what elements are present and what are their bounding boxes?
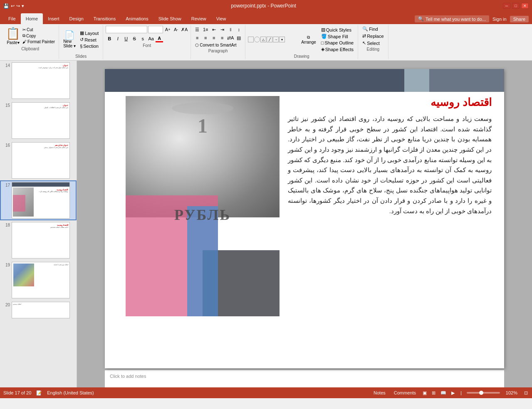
text-dir-button[interactable]: ⇄A [227, 34, 234, 42]
close-button[interactable]: ✕ [521, 3, 529, 9]
font-size-input[interactable] [148, 26, 163, 33]
shape-outline-button[interactable]: □ Shape Outline [319, 40, 355, 46]
find-icon: 🔍 [362, 26, 368, 32]
arrange-button[interactable]: ⧉ Arrange [299, 34, 318, 45]
window-controls[interactable]: ─ □ ✕ [503, 3, 529, 9]
section-button[interactable]: § Section [78, 43, 100, 49]
tab-animations[interactable]: Animations [121, 13, 153, 24]
view-normal-icon[interactable]: ▣ [422, 389, 428, 397]
copy-button[interactable]: ⧉ Copy [22, 33, 55, 39]
signin-button[interactable]: Sign in [492, 17, 507, 22]
slide-thumb-15: عنوان متن اسلاید پانزدهم با اطلاعات تکمی… [12, 102, 70, 139]
underline-button[interactable]: U [122, 35, 130, 42]
tab-review[interactable]: Review [186, 13, 211, 24]
shape-triangle[interactable]: △ [260, 37, 266, 42]
zoom-level[interactable]: 102% [503, 389, 520, 396]
shape-fill-button[interactable]: 🪣 Shape Fill [319, 33, 355, 39]
align-right-button[interactable]: ≡ [210, 34, 218, 42]
paste-button[interactable]: 📋 Paste▾ [5, 26, 21, 46]
ribbon-tabs[interactable]: File Home Insert Design Transitions Anim… [0, 12, 532, 24]
clear-format-button[interactable]: ✗A [181, 26, 188, 33]
shape-line[interactable]: ╱ [267, 37, 272, 42]
format-painter-button[interactable]: 🖌 Format Painter [22, 39, 55, 44]
save-icon[interactable]: 💾 [3, 3, 9, 9]
undo-icon[interactable]: ↩ [11, 3, 15, 9]
restore-button[interactable]: □ [512, 3, 520, 9]
tab-slideshow[interactable]: Slide Show [153, 13, 186, 24]
clipboard-group: 📋 Paste▾ ✂ Cut ⧉ Copy 🖌 Format Painter [2, 25, 59, 59]
indent-decrease-button[interactable]: ⇤ [210, 26, 218, 33]
drawing-label: Drawing [294, 54, 309, 59]
bold-button[interactable]: B [106, 35, 113, 42]
tab-file[interactable]: File [3, 13, 21, 24]
minimize-button[interactable]: ─ [503, 3, 510, 9]
select-icon: ↖ [362, 40, 366, 46]
new-slide-label: NewSlide ▾ [63, 39, 76, 48]
quick-styles-button[interactable]: ▨ Quick Styles [319, 27, 355, 33]
align-text-button[interactable]: ▤ [235, 34, 242, 42]
line-spacing-button[interactable]: ↕ [235, 26, 242, 33]
share-button[interactable]: Share [510, 16, 529, 22]
tab-view[interactable]: View [211, 13, 231, 24]
slide-item-18[interactable]: 18 اقتصاد روسیه ادامه مطالب اسلاید هجدهم [0, 220, 77, 260]
slide-item-14[interactable]: 14 عنوان متن اسلاید چهاردهم که درباره مو… [0, 61, 77, 101]
change-case-button[interactable]: Aa [147, 35, 155, 42]
find-button[interactable]: 🔍 Find [361, 26, 385, 32]
slide-canvas[interactable]: 1 РУБЛЬ اقتصاد روسیه وسعت زیاد و مساحت ب [105, 69, 504, 368]
shape-effects-button[interactable]: ◈ Shape Effects [319, 46, 355, 52]
view-slidesorter-icon[interactable]: ⊞ [431, 389, 436, 397]
slide-item-16[interactable]: 16 عنوان شانزدهم متن اسلاید شانزدهم با م… [0, 140, 77, 180]
notes-area[interactable]: Click to add notes [105, 370, 504, 387]
search-icon: 🔍 [418, 16, 424, 22]
align-center-button[interactable]: ≡ [202, 34, 209, 42]
new-slide-button[interactable]: 📄 NewSlide ▾ [62, 30, 77, 49]
shape-more[interactable]: ▾ [279, 37, 285, 42]
tab-design[interactable]: Design [64, 13, 89, 24]
redo-icon[interactable]: ↪ [16, 3, 20, 9]
section-icon: § [80, 44, 82, 49]
view-reading-icon[interactable]: 📖 [440, 389, 447, 397]
tell-me-input[interactable]: 🔍 Tell me what you want to do... [415, 15, 489, 22]
shape-outline-icon: □ [321, 40, 324, 45]
font-color-button[interactable]: A [156, 35, 163, 42]
slide-item-15[interactable]: 15 عنوان متن اسلاید پانزدهم با اطلاعات ت… [0, 101, 77, 140]
convert-smartart-button[interactable]: ⬡ Convert to SmartArt [193, 42, 238, 48]
select-button[interactable]: ↖ Select [361, 40, 385, 46]
slide-panel[interactable]: 14 عنوان متن اسلاید چهاردهم که درباره مو… [0, 61, 77, 387]
font-increase-button[interactable]: A+ [164, 26, 171, 33]
italic-button[interactable]: I [114, 35, 121, 42]
indent-increase-button[interactable]: ⇥ [218, 26, 226, 33]
align-left-button[interactable]: ≡ [193, 34, 201, 42]
font-name-input[interactable] [106, 26, 147, 33]
tab-insert[interactable]: Insert [43, 13, 64, 24]
slide-item-19[interactable]: 19 اسلاید نوزدهم با نقشه [0, 260, 77, 300]
font-decrease-button[interactable]: A- [172, 26, 180, 33]
tab-transitions[interactable]: Transitions [89, 13, 121, 24]
shadow-button[interactable]: s [139, 35, 146, 42]
quick-access-toolbar[interactable]: 💾 ↩ ↪ ▾ [3, 3, 24, 9]
notes-button[interactable]: Notes [371, 389, 388, 396]
fit-button[interactable]: ⊡ [523, 389, 529, 397]
justify-button[interactable]: ≡ [218, 34, 226, 42]
slide-item-20[interactable]: 20 اسلاید بیستم [0, 300, 77, 320]
canvas-area[interactable]: 1 РУБЛЬ اقتصاد روسیه وسعت زیاد و مساحت ب [77, 61, 532, 387]
slide-thumb-18: اقتصاد روسیه ادامه مطالب اسلاید هجدهم [12, 222, 70, 259]
shape-arrow[interactable]: → [273, 37, 279, 42]
strikethrough-button[interactable]: S [131, 35, 138, 42]
view-presenter-icon[interactable]: ▶ [450, 389, 455, 397]
font-group: A+ A- ✗A B I U S s Aa A Font [103, 25, 191, 59]
slide-item-17[interactable]: 17 اقتصاد روسیه وسعت زیاد و مساحت بالایی… [0, 180, 77, 220]
zoom-slider[interactable] [467, 392, 500, 394]
shape-rect[interactable] [248, 37, 254, 42]
shape-oval[interactable] [254, 37, 260, 42]
columns-button[interactable]: ⫴ [227, 26, 234, 33]
cut-button[interactable]: ✂ Cut [22, 27, 55, 32]
bullets-button[interactable]: ☰ [193, 26, 201, 33]
comments-button[interactable]: Comments [391, 389, 418, 396]
tab-home[interactable]: Home [21, 13, 43, 24]
replace-button[interactable]: ⇄ Replace [361, 33, 385, 39]
paragraph-label: Paragraph [208, 49, 228, 53]
numbering-button[interactable]: 1≡ [202, 26, 209, 33]
reset-button[interactable]: ↺ Reset [78, 37, 100, 43]
layout-button[interactable]: ▦ Layout [78, 30, 100, 36]
